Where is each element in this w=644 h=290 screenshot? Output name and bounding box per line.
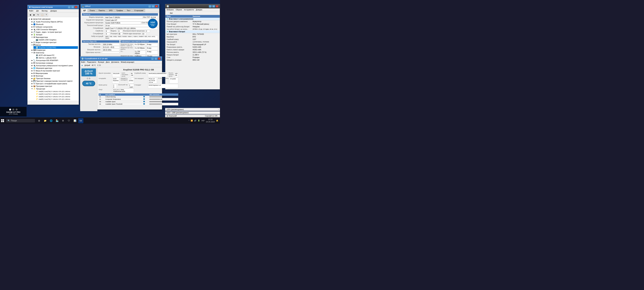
menu-file[interactable]: Файл xyxy=(28,10,34,12)
col-field: Поле xyxy=(167,16,192,17)
taskbar-up-arrow[interactable]: ^ xyxy=(188,120,189,122)
computer-icon: 🖥 xyxy=(29,6,30,8)
tree-item-security[interactable]: ▶ 🔐 Пристрої безпеки xyxy=(31,77,78,80)
tree-item-memory-tech[interactable]: ▶ 💾 Пристрої з використанням технології … xyxy=(31,80,78,82)
tree-item-battery[interactable]: ▶ 🔋 Батареї xyxy=(31,33,78,36)
menu-view[interactable]: Вигляд xyxy=(41,10,48,12)
tree-item-storage[interactable]: ▶ 🗄 Контролери сховища xyxy=(31,62,78,64)
tree-item-uhd-graphics[interactable]: 📺 Intel(R) UHD Graphics xyxy=(34,39,78,41)
tree-item-cpu-5[interactable]: ⚡ Intel(R) Core(TM) i7-10610U CPU @ 1.80… xyxy=(34,100,78,101)
tree-root[interactable]: ▼ 🖥 DESKTOP-H8OAEAR xyxy=(28,18,78,21)
taskbar-edge[interactable]: 🌐 xyxy=(48,118,54,123)
tab-board[interactable]: Плата xyxy=(88,9,96,12)
tree-item-network[interactable]: ▶ 🌐 Мережеві адаптери xyxy=(31,67,78,70)
tree-item-cpu-1[interactable]: ⚡ Intel(R) Core(TM) i7-10610U CPU @ 1.80… xyxy=(34,90,78,93)
taskbar-app3[interactable]: 📊 xyxy=(72,118,78,123)
device-tree[interactable]: ▼ 🖥 DESKTOP-H8OAEAR ▶ 🔊 Audio Processing… xyxy=(28,17,79,101)
sysinfo-maximize[interactable]: □ xyxy=(212,5,215,8)
cpuz-maximize[interactable]: □ xyxy=(152,5,154,8)
sysinfo-minimize[interactable]: _ xyxy=(209,5,212,8)
tree-item-cpu-4[interactable]: ⚡ Intel(R) Core(TM) i7-10610U CPU @ 1.80… xyxy=(34,98,78,100)
tree-item-mouse[interactable]: ▶ 🖱 Миша й інші вказівні пристрої xyxy=(31,70,78,72)
tree-item-cpu-2[interactable]: ⚡ Intel(R) Core(TM) i7-10610U CPU @ 1.80… xyxy=(34,93,78,95)
taskbar-app1[interactable]: ⚙ xyxy=(60,118,66,123)
tree-item-processors[interactable]: ▼ ⚡ Процесори xyxy=(31,88,78,90)
tree-item-dell[interactable]: 💻 Dell Inc. Latitude 5510 xyxy=(34,57,78,59)
crystal-menu-help[interactable]: Допомога xyxy=(111,61,119,63)
crystal-title-left: 💿 CrystalDiskInfo 8.17.14 x64 xyxy=(82,58,108,60)
tree-item-acpi[interactable]: 💻 ACPI x64-based PC xyxy=(34,54,78,57)
tree-item-disks[interactable]: ▼ 💾 Диски xyxy=(31,44,78,46)
cpuz-minimize[interactable]: _ xyxy=(148,5,151,8)
tab-spd[interactable]: SPD xyxy=(107,9,114,12)
zoom-arrow[interactable]: › xyxy=(218,109,219,110)
tree-item-audio[interactable]: ▶ 🔊 Audio Processing Objects (APOs) xyxy=(31,21,78,23)
tab-memory[interactable]: Пам'ять xyxy=(97,9,107,12)
drive-info-grid: Версія прошивки SN13105 сього зчитувань … xyxy=(99,72,178,93)
crystal-close[interactable]: × xyxy=(158,57,161,60)
back-button[interactable]: ◀ xyxy=(28,13,32,17)
tree-item-audio-io[interactable]: ▶ 🎙 Вхідні та вихідні пристрої xyxy=(31,41,78,44)
crystal-minimize[interactable]: _ xyxy=(151,57,154,60)
crystal-maximize[interactable]: □ xyxy=(154,57,157,60)
tree-item-hid[interactable]: ▶ 🖱 Пристрої з інтерфейсами користувача xyxy=(31,82,78,85)
crystal-menu-function[interactable]: Функція xyxy=(98,61,104,63)
close-button[interactable]: × xyxy=(74,6,78,8)
device-manager-titlebar: 🖥 Керування комп'ютером _ □ × xyxy=(28,5,79,9)
crystal-menu-language[interactable]: Мова(Language) xyxy=(121,61,134,63)
taskbar-battery-icon[interactable]: 🔋 xyxy=(198,120,200,122)
tab-test[interactable]: Тест xyxy=(125,9,132,12)
refresh-button[interactable]: ↻ xyxy=(36,13,40,17)
taskbar-search-box[interactable]: 🔍 Пошук xyxy=(6,119,35,122)
tree-item-ide[interactable]: ▶ 🔧 Контролери IDE ATA/ATAPI xyxy=(31,59,78,62)
sysinfo-menu-help[interactable]: Довідка xyxy=(196,9,202,11)
tab-cpu[interactable]: ЦП xyxy=(82,9,88,12)
row-power-source: Поточне джерело живлення Акумулятор xyxy=(165,20,220,23)
taskbar-notification[interactable]: 🔔 xyxy=(216,120,218,122)
tab-about[interactable]: О програмі xyxy=(132,9,145,12)
tree-item-firmware[interactable]: ▶ ⚙ Мікропрограма xyxy=(31,72,78,75)
tree-item-usb-ctrl[interactable]: ▶ 🔌 Контролери універсальної послідовної… xyxy=(31,64,78,67)
tree-item-monitors[interactable]: ▶ 🖥 Монітори xyxy=(31,75,78,77)
taskbar-app4[interactable]: 64 xyxy=(78,118,84,123)
taskbar-time[interactable]: 12:15 24.04.2024 xyxy=(206,118,215,123)
taskbar-store[interactable]: 🏪 xyxy=(54,118,60,123)
tab-graphics[interactable]: Графіка xyxy=(115,9,124,12)
taskbar-task-view[interactable]: ⊞ xyxy=(36,118,42,123)
tree-item-cpu-3[interactable]: ⚡ Intel(R) Core(TM) i7-10610U CPU @ 1.80… xyxy=(34,95,78,98)
tree-item-video[interactable]: ▼ 🖥 Відеоадаптери xyxy=(31,36,78,39)
cpuz-close[interactable]: × xyxy=(155,5,158,8)
sysinfo-menu-favorites[interactable]: Обране xyxy=(176,9,182,11)
sysinfo-menu-selected[interactable]: Вибрано xyxy=(167,9,174,11)
taskbar-network[interactable]: 📶 xyxy=(190,120,193,122)
start-button[interactable] xyxy=(0,118,5,123)
taskbar-sound[interactable]: 🔊 xyxy=(194,120,196,122)
properties-button[interactable]: 📋 xyxy=(40,13,44,17)
phone-dots xyxy=(9,109,18,111)
crystal-menu-file[interactable]: Файл xyxy=(81,61,85,63)
taskbar-explorer[interactable]: 📁 xyxy=(42,118,48,123)
crystal-menu-edit[interactable]: Редагувати xyxy=(87,61,96,63)
tree-item-keyboard[interactable]: ▶ ⌨ Клавіатури xyxy=(31,49,78,51)
tree-item-software-dev[interactable]: ▶ 📦 Програмні пристрої xyxy=(31,85,78,88)
tree-item-xraydisk[interactable]: 💿 XrayDisk 512GB PRO xyxy=(34,46,78,49)
family-value: 6 xyxy=(105,30,110,32)
maximize-button[interactable]: □ xyxy=(71,6,74,8)
dot-1 xyxy=(9,109,11,111)
tree-item-usb[interactable]: ▶ 🔌 USB Connector Managers xyxy=(31,28,78,31)
tree-item-computer[interactable]: ▼ 🖥 Комп'ютер xyxy=(31,51,78,54)
menu-help[interactable]: Довідка xyxy=(50,10,58,12)
minimize-button[interactable]: _ xyxy=(68,6,71,8)
help-button[interactable]: ? xyxy=(44,13,48,17)
tree-item-avr[interactable]: ▶ 🎵 Аудіо-, відео- та ігрові пристрої xyxy=(31,31,78,33)
expand-icon: ▼ xyxy=(28,18,30,20)
tree-item-software[interactable]: ▶ ⚙ Software components xyxy=(31,26,78,28)
sysinfo-close[interactable]: × xyxy=(216,5,218,8)
taskbar-app2[interactable]: 🛡 xyxy=(66,118,72,123)
forward-button[interactable]: ▶ xyxy=(32,13,36,17)
tree-item-bluetooth[interactable]: ▶ 🔵 Bluetooth xyxy=(31,23,78,26)
taskbar-language[interactable]: УКР xyxy=(201,120,205,122)
sysinfo-menu-tools[interactable]: Інструменти xyxy=(184,9,194,11)
menu-action[interactable]: Дія xyxy=(36,10,40,12)
crystal-menu-disk[interactable]: Диск xyxy=(106,61,110,63)
